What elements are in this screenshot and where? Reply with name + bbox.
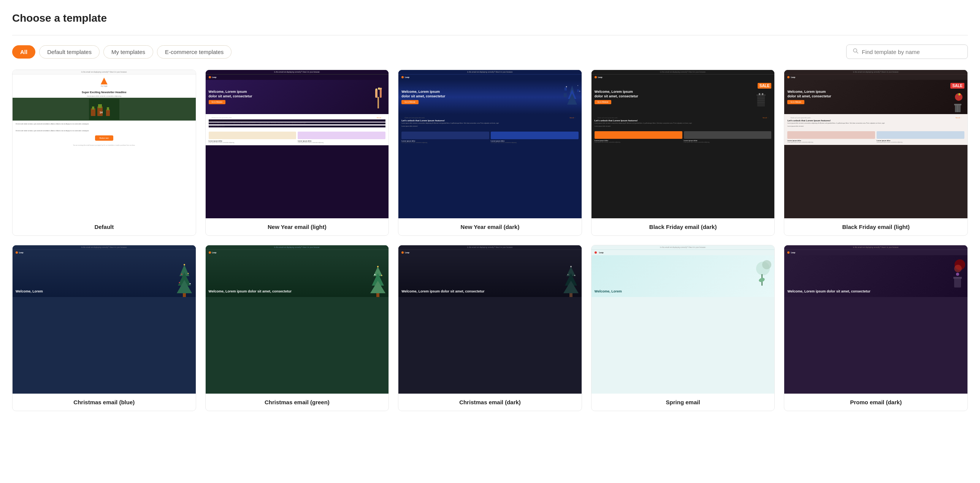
template-label-ny-light: New Year email (light) bbox=[206, 218, 389, 236]
template-label-xmas-green: Christmas email (green) bbox=[206, 394, 389, 411]
template-card-bf-dark[interactable]: Is this email not displaying correctly? … bbox=[591, 70, 775, 236]
svg-point-47 bbox=[189, 283, 191, 284]
svg-line-1 bbox=[856, 52, 858, 53]
template-label-bf-light: Black Friday email (light) bbox=[784, 218, 967, 236]
tab-default[interactable]: Default templates bbox=[39, 45, 100, 59]
template-label-xmas-dark: Christmas email (dark) bbox=[398, 394, 582, 411]
svg-rect-10 bbox=[377, 97, 379, 108]
template-card-ny-light[interactable]: Is this email not displaying correctly? … bbox=[205, 70, 389, 236]
template-preview-promo-dark: Is this email not displaying correctly? … bbox=[784, 245, 967, 394]
svg-point-67 bbox=[954, 265, 962, 272]
template-preview-bf-light: Is this email not displaying correctly? … bbox=[784, 70, 967, 218]
svg-rect-36 bbox=[955, 105, 961, 112]
svg-rect-68 bbox=[954, 278, 961, 287]
svg-marker-57 bbox=[563, 281, 579, 293]
template-label-promo-dark: Promo email (dark) bbox=[784, 394, 967, 411]
template-card-default[interactable]: Is this email not displaying correctly? … bbox=[12, 70, 196, 236]
svg-rect-29 bbox=[762, 93, 763, 95]
svg-rect-11 bbox=[375, 89, 377, 98]
templates-grid-row2: Is this email not displaying correctly? … bbox=[12, 245, 968, 411]
svg-rect-28 bbox=[759, 93, 760, 95]
svg-text:14: 14 bbox=[100, 111, 103, 114]
template-card-xmas-green[interactable]: Is this email not displaying correctly? … bbox=[205, 245, 389, 411]
template-card-spring[interactable]: Is this email not displaying correctly? … bbox=[591, 245, 775, 411]
svg-point-63 bbox=[762, 260, 771, 269]
svg-rect-12 bbox=[380, 89, 382, 98]
tab-my-templates[interactable]: My templates bbox=[103, 45, 153, 59]
search-input[interactable] bbox=[862, 49, 961, 55]
svg-rect-69 bbox=[953, 277, 962, 279]
svg-point-44 bbox=[181, 274, 182, 275]
svg-rect-6 bbox=[98, 104, 102, 108]
svg-rect-42 bbox=[183, 293, 186, 297]
svg-point-46 bbox=[179, 282, 180, 283]
svg-point-23 bbox=[566, 86, 567, 88]
template-card-xmas-blue[interactable]: Is this email not displaying correctly? … bbox=[12, 245, 196, 411]
svg-point-45 bbox=[188, 273, 189, 274]
svg-rect-21 bbox=[577, 89, 579, 92]
svg-point-54 bbox=[381, 275, 382, 276]
template-card-ny-dark[interactable]: Is this email not displaying correctly? … bbox=[398, 70, 582, 236]
page-title: Choose a template bbox=[12, 12, 968, 24]
template-preview-spring: Is this email not displaying correctly? … bbox=[592, 245, 775, 394]
svg-point-24 bbox=[578, 85, 578, 86]
svg-point-43 bbox=[184, 264, 185, 265]
template-label-xmas-blue: Christmas email (blue) bbox=[13, 394, 196, 411]
templates-grid-row1: Is this email not displaying correctly? … bbox=[12, 70, 968, 236]
svg-point-14 bbox=[375, 89, 377, 91]
template-preview-xmas-blue: Is this email not displaying correctly? … bbox=[13, 245, 196, 394]
svg-point-53 bbox=[374, 274, 375, 275]
template-card-bf-light[interactable]: Is this email not displaying correctly? … bbox=[784, 70, 968, 236]
svg-rect-8 bbox=[107, 107, 109, 110]
template-label-default: Default bbox=[13, 218, 196, 236]
divider bbox=[12, 35, 968, 35]
svg-point-59 bbox=[570, 266, 572, 267]
svg-point-52 bbox=[377, 266, 379, 267]
template-card-xmas-dark[interactable]: Is this email not displaying correctly? … bbox=[398, 245, 582, 411]
svg-rect-26 bbox=[757, 95, 765, 107]
svg-point-25 bbox=[579, 91, 580, 92]
svg-rect-35 bbox=[958, 94, 959, 95]
svg-marker-50 bbox=[370, 281, 385, 293]
svg-rect-27 bbox=[756, 94, 765, 96]
svg-rect-51 bbox=[376, 293, 379, 297]
template-label-spring: Spring email bbox=[592, 394, 775, 411]
svg-point-13 bbox=[378, 88, 380, 90]
svg-point-70 bbox=[956, 273, 959, 276]
tab-all[interactable]: All bbox=[12, 45, 35, 59]
search-icon bbox=[853, 48, 859, 56]
svg-rect-22 bbox=[564, 93, 567, 97]
svg-point-61 bbox=[574, 275, 575, 276]
tab-ecommerce[interactable]: E-commerce templates bbox=[157, 45, 232, 59]
ep-topbar: Is this email not displaying correctly? … bbox=[13, 70, 196, 75]
svg-rect-37 bbox=[954, 104, 961, 105]
template-preview-bf-dark: Is this email not displaying correctly? … bbox=[592, 70, 775, 218]
svg-marker-41 bbox=[177, 280, 192, 293]
template-preview-xmas-green: Is this email not displaying correctly? … bbox=[206, 245, 389, 394]
template-label-bf-dark: Black Friday email (dark) bbox=[592, 218, 775, 236]
template-card-promo-dark[interactable]: Is this email not displaying correctly? … bbox=[784, 245, 968, 411]
filter-tabs: All Default templates My templates E-com… bbox=[12, 45, 232, 59]
template-preview-ny-light: Is this email not displaying correctly? … bbox=[206, 70, 389, 218]
template-preview-ny-dark: Is this email not displaying correctly? … bbox=[398, 70, 582, 218]
toolbar: All Default templates My templates E-com… bbox=[12, 45, 968, 59]
template-preview-default: Is this email not displaying correctly? … bbox=[13, 70, 196, 218]
svg-rect-58 bbox=[570, 293, 573, 297]
svg-rect-20 bbox=[565, 88, 567, 91]
template-label-ny-dark: New Year email (dark) bbox=[398, 218, 582, 236]
svg-point-15 bbox=[380, 88, 382, 90]
template-preview-xmas-dark: Is this email not displaying correctly? … bbox=[398, 245, 582, 394]
svg-rect-7 bbox=[106, 110, 110, 116]
search-box bbox=[846, 45, 968, 59]
svg-point-60 bbox=[567, 274, 568, 275]
svg-rect-4 bbox=[92, 107, 94, 110]
